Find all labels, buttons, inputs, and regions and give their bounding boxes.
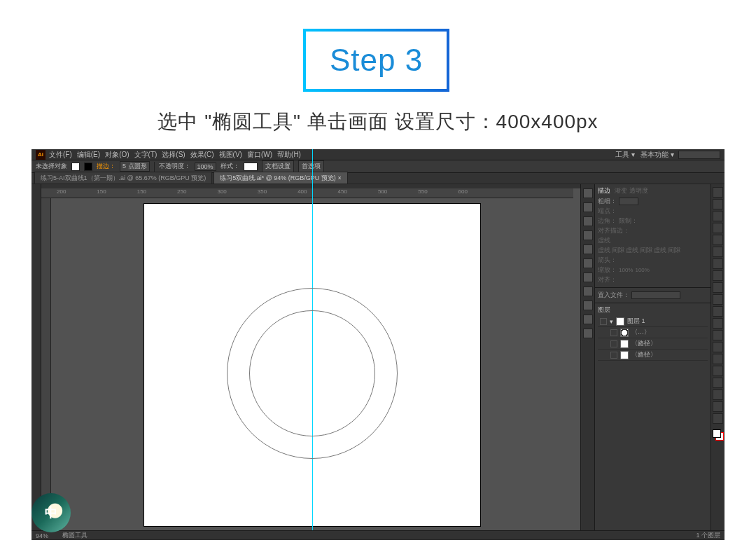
graphic-styles-icon[interactable]: [583, 258, 593, 268]
panel-dock: [580, 184, 594, 540]
opacity-value[interactable]: 100%: [195, 163, 216, 171]
type-icon[interactable]: [583, 315, 593, 324]
ellipse-inner[interactable]: [249, 310, 375, 436]
layer-name[interactable]: 图层 1: [627, 317, 645, 326]
free-transform-tool[interactable]: [713, 354, 723, 364]
selection-tool[interactable]: [713, 187, 723, 198]
fill-color-swatch[interactable]: [713, 429, 721, 438]
ruler-vertical: [41, 198, 51, 523]
ruler-mark: 150: [97, 188, 106, 198]
stroke-limit-label: 限制：: [619, 216, 638, 226]
arrow-scale-2[interactable]: 100%: [635, 267, 649, 273]
transform-icon[interactable]: [583, 301, 593, 310]
zoom-tool[interactable]: [713, 413, 723, 424]
panel-stack: 描边 渐变 透明度 粗细： 端点： 边角：限制： 对齐描边： 虚线 虚线 间隙 …: [594, 184, 710, 540]
sublayer-row[interactable]: 〈…〉: [598, 327, 708, 338]
dash-seg: 虚线: [598, 246, 610, 255]
toolbar-tools-label[interactable]: 工具 ▾: [614, 150, 636, 160]
menu-select[interactable]: 选择(S): [160, 150, 186, 160]
layer-row[interactable]: ▾ 图层 1: [598, 316, 708, 327]
doc-tab-1[interactable]: 练习5-AI双曲线1（第一期）.ai @ 65.67% (RGB/GPU 预览): [34, 172, 212, 184]
ruler-mark: 200: [57, 188, 66, 198]
eyedropper-tool[interactable]: [713, 389, 723, 400]
left-dock: [31, 184, 41, 540]
canvas[interactable]: [51, 198, 573, 523]
doc-tab-2[interactable]: 练习5双曲线.ai* @ 94% (RGB/GPU 预览) ×: [214, 172, 347, 184]
zoom-level[interactable]: 94%: [36, 532, 48, 539]
gradient-tool[interactable]: [713, 378, 723, 388]
artboards-icon[interactable]: [583, 329, 593, 338]
stroke-corner-label: 边角：: [598, 216, 617, 226]
stroke-width[interactable]: 5 点圆形: [120, 161, 150, 172]
visibility-toggle[interactable]: [600, 318, 607, 325]
menu-view[interactable]: 视图(V): [218, 150, 244, 160]
dash-seg: 虚线: [626, 246, 638, 255]
menu-type[interactable]: 文字(T): [133, 150, 159, 160]
menu-edit[interactable]: 编辑(E): [76, 150, 102, 160]
visibility-toggle[interactable]: [610, 329, 617, 336]
hand-tool[interactable]: [713, 401, 723, 412]
current-tool-label: 椭圆工具: [62, 531, 88, 540]
arrow-label: 箭头：: [598, 256, 617, 265]
search-input[interactable]: [678, 151, 720, 159]
scale-tool[interactable]: [713, 330, 723, 340]
width-tool[interactable]: [713, 342, 723, 352]
appearance-icon[interactable]: [583, 272, 593, 282]
prefs-button[interactable]: 首选项: [298, 160, 324, 172]
swatches-icon[interactable]: [583, 202, 593, 212]
type-tool[interactable]: [713, 247, 723, 257]
stroke-weight-field[interactable]: [619, 198, 638, 205]
layer-thumb: [620, 351, 629, 359]
align-icon[interactable]: [583, 287, 593, 296]
style-swatch[interactable]: [244, 163, 258, 171]
direct-selection-tool[interactable]: [713, 199, 723, 209]
magic-wand-tool[interactable]: [713, 211, 723, 221]
sublayer-row[interactable]: 〈路径〉: [598, 350, 708, 361]
menu-window[interactable]: 窗口(W): [246, 150, 274, 160]
layer-name[interactable]: 〈…〉: [631, 328, 650, 337]
layer-name[interactable]: 〈路径〉: [631, 339, 657, 348]
stroke-panel-tabs[interactable]: 渐变 透明度: [615, 186, 648, 195]
arrow-scale-1[interactable]: 100%: [619, 267, 633, 273]
menu-object[interactable]: 对象(O): [104, 150, 130, 160]
sublayer-row[interactable]: 〈路径〉: [598, 338, 708, 350]
dash-seg: 间隙: [668, 246, 680, 255]
layer-name[interactable]: 〈路径〉: [631, 350, 657, 359]
pencil-tool[interactable]: [713, 294, 723, 305]
lasso-tool[interactable]: [713, 223, 723, 233]
symbols-icon[interactable]: [583, 230, 593, 240]
stroke-swatch[interactable]: [84, 163, 92, 171]
eraser-tool[interactable]: [713, 306, 723, 317]
color-icon[interactable]: [583, 188, 593, 198]
app-logo: Ai: [36, 150, 46, 160]
workspace-switcher[interactable]: 基本功能 ▾: [639, 150, 676, 160]
layers-panel-title[interactable]: 图层: [598, 305, 610, 315]
close-icon[interactable]: ×: [337, 174, 341, 181]
step-caption: 选中 "椭圆工具" 单击画面 设置尺寸：400x400px: [0, 109, 756, 135]
fill-swatch[interactable]: [71, 163, 80, 171]
menu-file[interactable]: 文件(F): [48, 150, 74, 160]
stroke-dash-label[interactable]: 虚线: [598, 236, 610, 245]
paintbrush-tool[interactable]: [713, 282, 723, 293]
rotate-tool[interactable]: [713, 318, 723, 329]
visibility-toggle[interactable]: [610, 340, 617, 347]
rectangle-tool[interactable]: [713, 270, 723, 281]
layer-thumb: [620, 340, 629, 348]
menu-help[interactable]: 帮助(H): [276, 150, 302, 160]
opacity-label: 不透明度：: [159, 162, 190, 171]
layer-thumb: [620, 329, 629, 337]
chevron-down-icon[interactable]: ▾: [610, 318, 613, 325]
place-files-field[interactable]: [631, 291, 680, 299]
stroke-icon[interactable]: [583, 244, 593, 254]
shape-builder-tool[interactable]: [713, 366, 723, 376]
workspace: 200 150 150 250 300 350 400 450 500 550 …: [41, 188, 580, 530]
brushes-icon[interactable]: [583, 216, 593, 226]
doc-setup-button[interactable]: 文档设置: [262, 160, 294, 172]
visibility-toggle[interactable]: [610, 352, 617, 359]
stroke-panel-title[interactable]: 描边: [598, 186, 610, 195]
line-tool[interactable]: [713, 258, 723, 269]
layers-footer: 1 个图层: [696, 531, 720, 540]
fill-stroke-swatches[interactable]: [713, 429, 724, 441]
menu-effect[interactable]: 效果(C): [189, 150, 216, 160]
pen-tool[interactable]: [713, 235, 723, 245]
